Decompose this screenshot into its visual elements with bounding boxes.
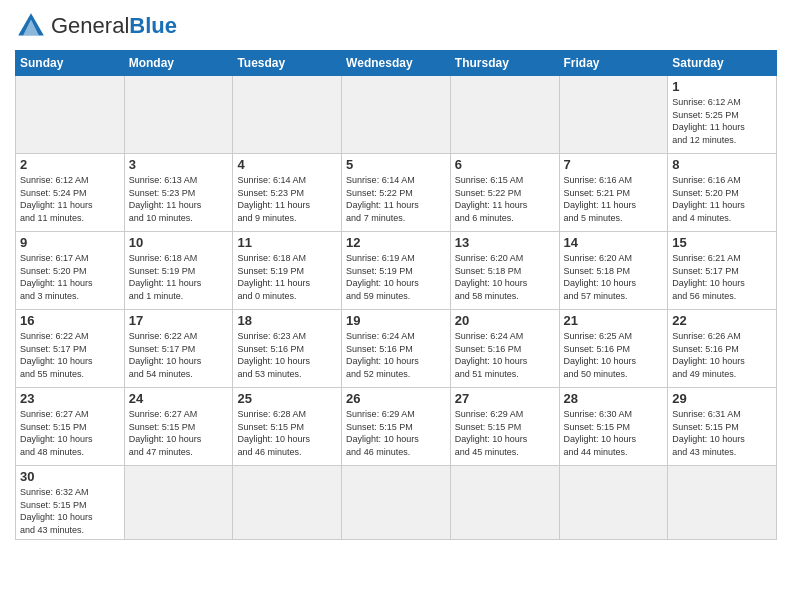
day-number: 30: [20, 469, 120, 484]
day-number: 24: [129, 391, 229, 406]
day-header-monday: Monday: [124, 51, 233, 76]
day-header-row: SundayMondayTuesdayWednesdayThursdayFrid…: [16, 51, 777, 76]
day-number: 12: [346, 235, 446, 250]
day-cell: 6Sunrise: 6:15 AM Sunset: 5:22 PM Daylig…: [450, 154, 559, 232]
day-number: 15: [672, 235, 772, 250]
day-number: 9: [20, 235, 120, 250]
day-cell: 12Sunrise: 6:19 AM Sunset: 5:19 PM Dayli…: [342, 232, 451, 310]
day-cell: [342, 76, 451, 154]
day-number: 2: [20, 157, 120, 172]
logo-text: GeneralBlue: [51, 13, 177, 39]
day-number: 10: [129, 235, 229, 250]
day-info: Sunrise: 6:18 AM Sunset: 5:19 PM Dayligh…: [237, 252, 337, 302]
day-number: 6: [455, 157, 555, 172]
day-cell: [668, 466, 777, 540]
day-header-sunday: Sunday: [16, 51, 125, 76]
day-number: 27: [455, 391, 555, 406]
day-cell: 15Sunrise: 6:21 AM Sunset: 5:17 PM Dayli…: [668, 232, 777, 310]
day-number: 21: [564, 313, 664, 328]
day-info: Sunrise: 6:16 AM Sunset: 5:20 PM Dayligh…: [672, 174, 772, 224]
day-info: Sunrise: 6:29 AM Sunset: 5:15 PM Dayligh…: [455, 408, 555, 458]
day-number: 22: [672, 313, 772, 328]
day-cell: 18Sunrise: 6:23 AM Sunset: 5:16 PM Dayli…: [233, 310, 342, 388]
week-row-3: 16Sunrise: 6:22 AM Sunset: 5:17 PM Dayli…: [16, 310, 777, 388]
day-cell: 27Sunrise: 6:29 AM Sunset: 5:15 PM Dayli…: [450, 388, 559, 466]
day-info: Sunrise: 6:14 AM Sunset: 5:23 PM Dayligh…: [237, 174, 337, 224]
day-info: Sunrise: 6:16 AM Sunset: 5:21 PM Dayligh…: [564, 174, 664, 224]
day-number: 25: [237, 391, 337, 406]
day-info: Sunrise: 6:14 AM Sunset: 5:22 PM Dayligh…: [346, 174, 446, 224]
day-cell: 5Sunrise: 6:14 AM Sunset: 5:22 PM Daylig…: [342, 154, 451, 232]
day-cell: 14Sunrise: 6:20 AM Sunset: 5:18 PM Dayli…: [559, 232, 668, 310]
day-cell: 20Sunrise: 6:24 AM Sunset: 5:16 PM Dayli…: [450, 310, 559, 388]
day-info: Sunrise: 6:19 AM Sunset: 5:19 PM Dayligh…: [346, 252, 446, 302]
day-cell: [342, 466, 451, 540]
day-info: Sunrise: 6:25 AM Sunset: 5:16 PM Dayligh…: [564, 330, 664, 380]
day-info: Sunrise: 6:23 AM Sunset: 5:16 PM Dayligh…: [237, 330, 337, 380]
day-cell: [233, 466, 342, 540]
logo-icon: [15, 10, 47, 42]
day-number: 5: [346, 157, 446, 172]
day-info: Sunrise: 6:27 AM Sunset: 5:15 PM Dayligh…: [20, 408, 120, 458]
day-number: 23: [20, 391, 120, 406]
day-cell: 24Sunrise: 6:27 AM Sunset: 5:15 PM Dayli…: [124, 388, 233, 466]
day-cell: 11Sunrise: 6:18 AM Sunset: 5:19 PM Dayli…: [233, 232, 342, 310]
day-header-saturday: Saturday: [668, 51, 777, 76]
day-cell: [16, 76, 125, 154]
day-cell: 10Sunrise: 6:18 AM Sunset: 5:19 PM Dayli…: [124, 232, 233, 310]
day-number: 14: [564, 235, 664, 250]
day-number: 20: [455, 313, 555, 328]
day-cell: 3Sunrise: 6:13 AM Sunset: 5:23 PM Daylig…: [124, 154, 233, 232]
day-info: Sunrise: 6:30 AM Sunset: 5:15 PM Dayligh…: [564, 408, 664, 458]
day-info: Sunrise: 6:24 AM Sunset: 5:16 PM Dayligh…: [455, 330, 555, 380]
day-cell: 23Sunrise: 6:27 AM Sunset: 5:15 PM Dayli…: [16, 388, 125, 466]
day-number: 16: [20, 313, 120, 328]
day-header-wednesday: Wednesday: [342, 51, 451, 76]
day-cell: [124, 466, 233, 540]
week-row-0: 1Sunrise: 6:12 AM Sunset: 5:25 PM Daylig…: [16, 76, 777, 154]
day-info: Sunrise: 6:22 AM Sunset: 5:17 PM Dayligh…: [20, 330, 120, 380]
day-info: Sunrise: 6:32 AM Sunset: 5:15 PM Dayligh…: [20, 486, 120, 536]
day-number: 29: [672, 391, 772, 406]
day-header-thursday: Thursday: [450, 51, 559, 76]
day-info: Sunrise: 6:26 AM Sunset: 5:16 PM Dayligh…: [672, 330, 772, 380]
day-cell: 26Sunrise: 6:29 AM Sunset: 5:15 PM Dayli…: [342, 388, 451, 466]
day-cell: 1Sunrise: 6:12 AM Sunset: 5:25 PM Daylig…: [668, 76, 777, 154]
day-cell: 4Sunrise: 6:14 AM Sunset: 5:23 PM Daylig…: [233, 154, 342, 232]
page: GeneralBlue SundayMondayTuesdayWednesday…: [0, 0, 792, 550]
header: GeneralBlue: [15, 10, 777, 42]
day-info: Sunrise: 6:12 AM Sunset: 5:25 PM Dayligh…: [672, 96, 772, 146]
day-cell: [233, 76, 342, 154]
day-number: 1: [672, 79, 772, 94]
day-info: Sunrise: 6:18 AM Sunset: 5:19 PM Dayligh…: [129, 252, 229, 302]
day-info: Sunrise: 6:24 AM Sunset: 5:16 PM Dayligh…: [346, 330, 446, 380]
day-cell: 29Sunrise: 6:31 AM Sunset: 5:15 PM Dayli…: [668, 388, 777, 466]
day-cell: 30Sunrise: 6:32 AM Sunset: 5:15 PM Dayli…: [16, 466, 125, 540]
day-number: 4: [237, 157, 337, 172]
day-info: Sunrise: 6:13 AM Sunset: 5:23 PM Dayligh…: [129, 174, 229, 224]
day-cell: [124, 76, 233, 154]
day-cell: [559, 76, 668, 154]
day-cell: 13Sunrise: 6:20 AM Sunset: 5:18 PM Dayli…: [450, 232, 559, 310]
day-info: Sunrise: 6:17 AM Sunset: 5:20 PM Dayligh…: [20, 252, 120, 302]
day-number: 3: [129, 157, 229, 172]
day-info: Sunrise: 6:12 AM Sunset: 5:24 PM Dayligh…: [20, 174, 120, 224]
day-number: 11: [237, 235, 337, 250]
day-cell: [559, 466, 668, 540]
day-number: 19: [346, 313, 446, 328]
calendar: SundayMondayTuesdayWednesdayThursdayFrid…: [15, 50, 777, 540]
day-number: 26: [346, 391, 446, 406]
day-cell: 17Sunrise: 6:22 AM Sunset: 5:17 PM Dayli…: [124, 310, 233, 388]
day-cell: 8Sunrise: 6:16 AM Sunset: 5:20 PM Daylig…: [668, 154, 777, 232]
day-info: Sunrise: 6:21 AM Sunset: 5:17 PM Dayligh…: [672, 252, 772, 302]
day-info: Sunrise: 6:20 AM Sunset: 5:18 PM Dayligh…: [455, 252, 555, 302]
day-info: Sunrise: 6:15 AM Sunset: 5:22 PM Dayligh…: [455, 174, 555, 224]
day-number: 28: [564, 391, 664, 406]
day-info: Sunrise: 6:20 AM Sunset: 5:18 PM Dayligh…: [564, 252, 664, 302]
week-row-2: 9Sunrise: 6:17 AM Sunset: 5:20 PM Daylig…: [16, 232, 777, 310]
day-cell: 16Sunrise: 6:22 AM Sunset: 5:17 PM Dayli…: [16, 310, 125, 388]
day-header-friday: Friday: [559, 51, 668, 76]
day-number: 13: [455, 235, 555, 250]
day-number: 18: [237, 313, 337, 328]
day-cell: 7Sunrise: 6:16 AM Sunset: 5:21 PM Daylig…: [559, 154, 668, 232]
